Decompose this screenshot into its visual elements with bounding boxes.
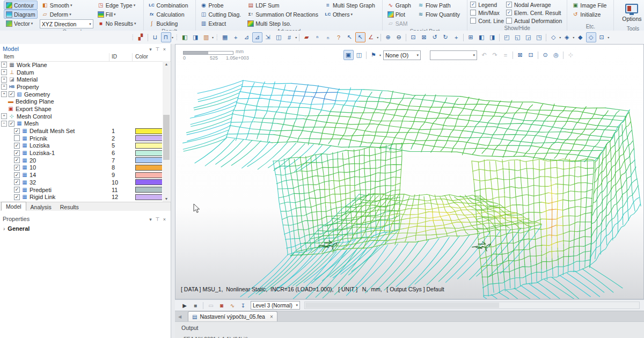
panel-tab-model[interactable]: Model — [1, 202, 26, 211]
tab-scroll-left-icon[interactable]: ◀ — [176, 312, 184, 321]
ribbon-button-edge-type[interactable]: ◳Edge Type▾ — [96, 1, 138, 10]
ribbon-button-flow-path[interactable]: ≋Flow Path — [415, 1, 462, 10]
ribbon-button-multi-step-graph[interactable]: ≡Multi Step Graph — [323, 1, 377, 10]
horizontal-scrollbar[interactable] — [304, 302, 640, 309]
tree-item-10[interactable]: ✓▦108 — [0, 164, 162, 172]
probe-flag-icon[interactable]: ⚑ — [369, 50, 379, 60]
checkbox-geometry[interactable]: ✓ — [9, 91, 14, 97]
tree-item-mesh-control[interactable]: +⊹Mesh Control — [0, 113, 162, 120]
ribbon-button-extract[interactable]: ▥Extract — [199, 19, 244, 28]
capture-image-icon[interactable]: ◧ — [180, 32, 190, 42]
view-iso-a-icon[interactable]: ◰ — [502, 32, 512, 42]
wireframe-mode-icon[interactable]: ◇ — [548, 32, 559, 42]
inquiry-icon[interactable]: ? — [334, 32, 344, 42]
panel-menu-icon[interactable]: ▾ — [147, 47, 154, 52]
tree-item-datum[interactable]: +⊥Datum — [0, 69, 162, 76]
checkbox-actual-deformation[interactable]: Actual Deformation — [506, 17, 562, 25]
ribbon-button-graph[interactable]: ∿Graph — [385, 1, 413, 10]
ribbon-button-fill[interactable]: Fill▾ — [96, 10, 138, 19]
step-combo[interactable]: ▾ — [430, 50, 477, 60]
ribbon-button-buckling[interactable]: ∫Buckling — [147, 19, 191, 28]
pin-icon[interactable]: ⊤ — [154, 217, 161, 222]
panel-tab-analysis[interactable]: Analysis — [26, 202, 56, 211]
detail-level-combo[interactable]: Level 3 (Normal)▾ — [251, 301, 300, 310]
ribbon-button-sam[interactable]: ▱SAM — [385, 19, 413, 28]
ribbon-button-calculation[interactable]: fxCalculation — [147, 10, 191, 19]
ribbon-button-deform[interactable]: ▱Deform▾ — [40, 10, 93, 19]
view-iso-b-icon[interactable]: ◱ — [513, 32, 523, 42]
ribbon-button-ldf-sum[interactable]: ▤LDF Sum — [245, 1, 320, 10]
panel-tab-results[interactable]: Results — [56, 202, 83, 211]
pan-view-icon[interactable]: + — [451, 32, 462, 42]
checkbox-legend[interactable]: ✓Legend — [470, 1, 504, 9]
checkbox-32[interactable]: ✓ — [14, 179, 20, 185]
zoom-fit-icon[interactable]: ▣ — [343, 50, 354, 60]
zoom-window-icon[interactable]: ⊡ — [408, 32, 419, 42]
tree-item-32[interactable]: ✓▦3210 — [0, 179, 162, 186]
shrink-mode-icon[interactable]: ⊡ — [597, 32, 607, 42]
checkbox-predpeti[interactable]: ✓ — [14, 187, 20, 193]
collapse-icon[interactable]: − — [1, 121, 7, 127]
view-side-icon[interactable]: ◨ — [487, 32, 497, 42]
view-front-icon[interactable]: ◧ — [477, 32, 487, 42]
walk-next-icon[interactable]: ↷ — [490, 50, 500, 60]
checkbox-elem-cent-result[interactable]: ✓Elem. Cent. Result — [506, 9, 562, 17]
checkbox-14[interactable]: ✓ — [14, 172, 20, 178]
ribbon-button-cutting-diag[interactable]: ◫Cutting Diag. — [199, 10, 244, 19]
shaded-mode-icon[interactable]: ◆ — [575, 32, 586, 42]
ribbon-button-plot[interactable]: Plot — [385, 10, 413, 19]
move-workplane-icon[interactable]: + — [231, 32, 241, 42]
select-pick-icon[interactable]: ↖ — [345, 32, 355, 42]
scroll-down-icon[interactable]: ▼ — [163, 196, 170, 202]
rotate-right-icon[interactable]: ↻ — [441, 32, 451, 42]
result-set-combo[interactable]: None (O)▾ — [383, 50, 421, 60]
tree-item-rigid-link[interactable]: ✓▦Rigid Link12 — [0, 193, 162, 201]
expand-icon[interactable]: + — [1, 113, 7, 119]
ribbon-button-others[interactable]: LCOthers▾ — [323, 10, 377, 19]
checkbox-min-max[interactable]: Min/Max — [470, 9, 504, 17]
tree-item-default-mesh-set[interactable]: ✓▦Default Mesh Set1 — [0, 127, 162, 135]
hidden-line-mode-icon[interactable]: ◇ — [586, 32, 596, 42]
tree-item-material[interactable]: +◪Material — [0, 76, 162, 83]
element-label-icon[interactable]: ₙ — [323, 32, 333, 42]
tree-item-export-shape[interactable]: ▣Export Shape — [0, 105, 162, 113]
ribbon-button-multi-step-iso[interactable]: Multi Step Iso. — [245, 19, 320, 28]
node-label-icon[interactable]: ⁿ — [312, 32, 323, 42]
scrollbar-thumb[interactable] — [163, 115, 170, 160]
ribbon-button-options[interactable]: Options — [617, 1, 644, 25]
ribbon-button-vector[interactable]: Vector▾ — [4, 19, 38, 28]
close-icon[interactable]: × — [161, 217, 168, 222]
pin-icon[interactable]: ⊤ — [154, 47, 161, 52]
expand-icon[interactable]: + — [1, 84, 7, 90]
snap-settings-icon[interactable]: # — [284, 32, 295, 42]
tree-item-14[interactable]: ✓▦149 — [0, 171, 162, 179]
expand-icon[interactable]: + — [1, 77, 7, 83]
zoom-dynamic-icon[interactable]: ⊠ — [419, 32, 429, 42]
tab-close-icon[interactable]: × — [270, 314, 273, 320]
zoom-in-icon[interactable]: ⊕ — [383, 32, 393, 42]
ribbon-button-smooth[interactable]: ◧Smooth▾ — [40, 1, 93, 10]
close-icon[interactable]: × — [161, 47, 168, 52]
view-iso-c-icon[interactable]: ◲ — [523, 32, 533, 42]
ribbon-button-flow-quantity[interactable]: ≋Flow Quantity — [415, 10, 462, 19]
checkbox-nodal-average[interactable]: ✓Nodal Average — [506, 1, 562, 9]
tree-item-20[interactable]: ✓▦207 — [0, 157, 162, 164]
unselect-all-icon[interactable]: ⊠ — [515, 50, 525, 60]
wave-icon[interactable]: ∿ — [228, 301, 237, 310]
ribbon-button-summation-of-reactions[interactable]: Σ↑Summation Of Reactions — [245, 10, 320, 19]
document-tab[interactable]: ▤ Nastavení výpočtu_05.fea × — [188, 311, 277, 321]
copy-screen-icon[interactable]: ◫ — [354, 50, 364, 60]
stop-icon[interactable]: ■ — [191, 301, 200, 310]
checkbox-loziska-1[interactable]: ✓ — [14, 150, 20, 156]
window-select-icon[interactable]: ⊡ — [526, 50, 536, 60]
record-animation-icon[interactable]: ◨ — [191, 32, 201, 42]
zoom-out-icon[interactable]: ⊖ — [394, 32, 404, 42]
walk-prev-icon[interactable]: ↶ — [479, 50, 489, 60]
ribbon-button-diagram[interactable]: Diagram — [4, 10, 38, 19]
ribbon-button-image-file[interactable]: ▣Image File — [570, 1, 609, 10]
checkbox-cont-line[interactable]: Cont. Line — [470, 17, 504, 25]
xyz-direction-combo[interactable]: XYZ Direction▾ — [40, 19, 93, 28]
checkbox-default-mesh-set[interactable]: ✓ — [14, 128, 20, 134]
rotate-left-icon[interactable]: ↺ — [430, 32, 440, 42]
scrollbar-thumb[interactable] — [305, 303, 499, 308]
